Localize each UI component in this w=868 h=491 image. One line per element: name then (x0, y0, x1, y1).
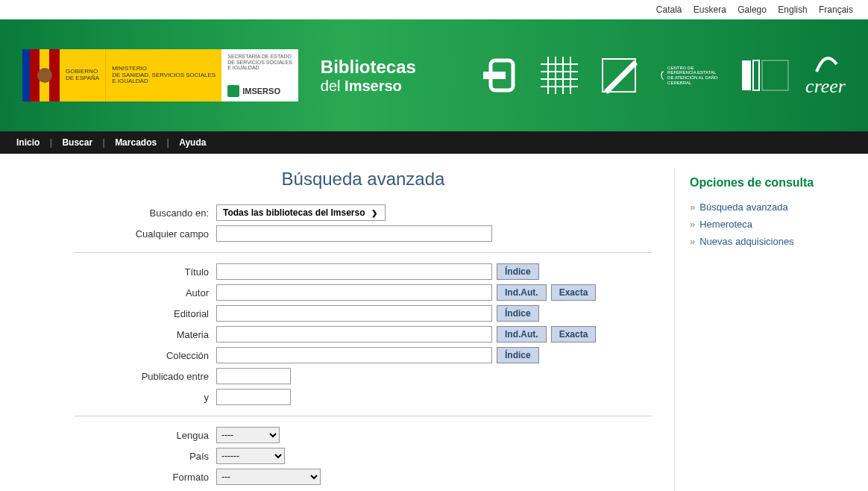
sidebar: Opciones de consulta Búsqueda avanzada H… (674, 169, 868, 491)
svg-rect-7 (762, 60, 788, 90)
nav-marcados[interactable]: Marcados (107, 137, 164, 148)
partner-icon-1 (477, 53, 522, 98)
label-coleccion: Colección (75, 350, 216, 361)
input-materia[interactable] (216, 326, 492, 343)
input-year-to[interactable] (216, 389, 291, 405)
imserso-label: IMSERSO (242, 87, 280, 96)
input-coleccion[interactable] (216, 347, 492, 363)
lang-link-francais[interactable]: Français (819, 4, 853, 15)
ceadac-icon: CENTRO DE REFERENCIA ESTATAL DE ATENCIÓN… (656, 53, 723, 98)
sidebar-link-hemeroteca[interactable]: Hemeroteca (699, 219, 752, 230)
btn-exacta-autor[interactable]: Exacta (551, 284, 597, 301)
label-formato: Formato (75, 472, 216, 483)
btn-indice-editorial[interactable]: Índice (497, 305, 539, 322)
label-cualquier-campo: Cualquier campo (75, 228, 216, 240)
sidebar-item: Hemeroteca (690, 216, 853, 233)
sidebar-item: Nuevas adquisiciones (690, 233, 853, 250)
nav-buscar[interactable]: Buscar (54, 137, 100, 148)
title-line1: Bibliotecas (321, 57, 416, 78)
partner-icon-3 (597, 53, 641, 98)
input-autor[interactable] (216, 284, 492, 301)
input-year-from[interactable] (216, 368, 291, 384)
lang-link-catala[interactable]: Català (656, 4, 682, 15)
svg-rect-5 (742, 60, 751, 90)
input-editorial[interactable] (216, 305, 492, 322)
page-title: Búsqueda avanzada (75, 169, 652, 190)
divider (75, 416, 652, 416)
btn-exacta-materia[interactable]: Exacta (551, 326, 597, 343)
label-y: y (75, 392, 216, 403)
lang-link-euskera[interactable]: Euskera (694, 4, 726, 15)
flag-stripe (22, 49, 30, 101)
sidebar-link-nuevas[interactable]: Nuevas adquisiciones (699, 236, 793, 247)
ministerio-label: MINISTERIO DE SANIDAD, SERVICIOS SOCIALE… (112, 66, 216, 85)
select-lengua[interactable]: ---- (216, 427, 280, 443)
input-titulo[interactable] (216, 263, 492, 280)
label-materia: Materia (75, 329, 216, 340)
label-pais: País (75, 451, 216, 462)
label-buscando-en: Buscando en: (75, 207, 216, 219)
lang-link-galego[interactable]: Galego (738, 4, 767, 15)
secretaria-label: SECRETARÍA DE ESTADO DE SERVICIOS SOCIAL… (227, 54, 292, 71)
title-line2: del Imserso (321, 78, 416, 95)
nav-inicio[interactable]: Inicio (9, 137, 47, 148)
library-selector-button[interactable]: Todas las bibliotecas del Imserso ❯ (216, 204, 386, 221)
spain-flag-icon (30, 49, 60, 101)
header-banner: GOBIERNO DE ESPAÑA MINISTERIO DE SANIDAD… (0, 19, 868, 131)
divider (75, 252, 652, 253)
select-pais[interactable]: ------ (216, 448, 285, 464)
svg-point-0 (37, 68, 52, 83)
btn-indice-titulo[interactable]: Índice (497, 263, 539, 280)
btn-indaut-autor[interactable]: Ind.Aut. (497, 284, 547, 301)
partner-icons: CENTRO DE REFERENCIA ESTATAL DE ATENCIÓN… (477, 53, 846, 98)
partner-icon-2 (537, 53, 582, 98)
label-autor: Autor (75, 287, 216, 298)
site-title: Bibliotecas del Imserso (321, 57, 416, 95)
svg-rect-6 (753, 60, 759, 90)
sidebar-title: Opciones de consulta (690, 176, 853, 190)
label-titulo: Título (75, 266, 216, 278)
imserso-icon (227, 85, 239, 97)
creer-logo: creer (805, 53, 846, 98)
label-lengua: Lengua (75, 430, 216, 441)
chevron-right-icon: ❯ (371, 209, 377, 217)
sidebar-link-busqueda[interactable]: Búsqueda avanzada (699, 201, 788, 213)
input-cualquier-campo[interactable] (216, 225, 492, 242)
svg-point-4 (661, 72, 663, 73)
btn-indice-coleccion[interactable]: Índice (497, 347, 539, 363)
sidebar-item: Búsqueda avanzada (690, 198, 853, 216)
svg-rect-2 (483, 72, 506, 79)
gobierno-label: GOBIERNO DE ESPAÑA (66, 69, 99, 82)
btn-indaut-materia[interactable]: Ind.Aut. (497, 326, 547, 343)
select-formato[interactable]: --- (216, 469, 321, 485)
language-bar: Català Euskera Galego English Français (0, 0, 868, 19)
lang-link-english[interactable]: English (778, 4, 807, 15)
label-publicado-entre: Publicado entre (75, 371, 216, 382)
label-editorial: Editorial (75, 308, 216, 319)
gov-logo-block: GOBIERNO DE ESPAÑA MINISTERIO DE SANIDAD… (22, 49, 298, 101)
nav-ayuda[interactable]: Ayuda (172, 137, 213, 148)
partner-icon-5 (738, 53, 790, 98)
main-nav: Inicio | Buscar | Marcados | Ayuda (0, 131, 868, 154)
